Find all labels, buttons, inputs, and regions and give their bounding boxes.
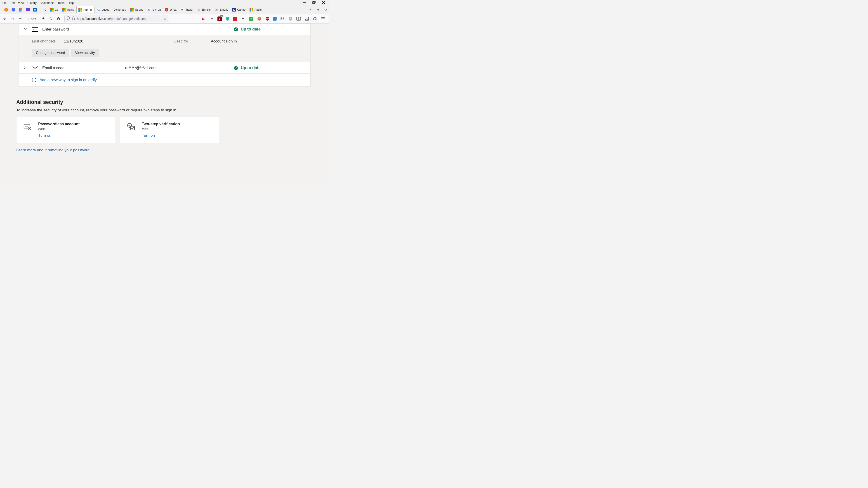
tab-ac[interactable]: ac	[48, 6, 60, 13]
tab-additi[interactable]: Additi	[248, 6, 264, 13]
twostep-turn-on-link[interactable]: Turn on	[142, 133, 180, 138]
ext-s-icon[interactable]: S!	[201, 16, 206, 21]
tab-strange[interactable]: Strang	[128, 6, 145, 13]
tab-sixrea[interactable]: Gsix rea	[146, 6, 163, 13]
navigation-toolbar: − | 100% | + https://account.live.com/pr…	[0, 14, 329, 24]
tab-additional-active[interactable]: Adc✕	[76, 6, 94, 13]
twostep-card: Two-step verification OFF Turn on	[120, 117, 219, 143]
tab-emails2[interactable]: ✉Emails	[213, 6, 230, 13]
new-tab-button[interactable]: +	[317, 7, 320, 12]
ext-cookie-icon[interactable]: 🍪	[257, 16, 262, 21]
additional-subtitle: To increase the security of your account…	[16, 108, 311, 112]
menu-history[interactable]: History	[27, 1, 36, 4]
view-activity-button[interactable]: View activity	[71, 49, 99, 57]
passwordless-state: OFF	[38, 127, 80, 131]
passwordless-icon: •••	[23, 122, 33, 132]
list-tabs-button[interactable]	[324, 8, 327, 11]
email-status: ✓ Up to date	[234, 66, 306, 70]
address-bar[interactable]: https://account.live.com/proofs/manage/a…	[64, 15, 168, 22]
menu-view[interactable]: View	[18, 1, 24, 4]
tab-outlook[interactable]: Goutloo	[95, 6, 111, 13]
menu-file[interactable]: File	[2, 1, 6, 4]
ext-beads-icon[interactable]: ⚭	[241, 16, 246, 21]
tab-emails1[interactable]: ✉Emails	[195, 6, 213, 13]
ext-ublock-icon[interactable]: u16	[217, 17, 222, 21]
twostep-state: OFF	[142, 127, 180, 131]
home-button[interactable]	[56, 16, 61, 22]
page-content: ••• Enter password ✓ Up to date Last cha…	[0, 24, 329, 184]
shield-icon[interactable]	[66, 16, 70, 21]
ext-green-shield-icon[interactable]: ✓	[249, 16, 254, 21]
zoom-out-button[interactable]: −	[19, 16, 22, 21]
add-signin-label: Add a new way to sign in or verify	[39, 78, 97, 82]
window-controls	[303, 0, 329, 5]
window-minimize-icon[interactable]	[303, 1, 306, 5]
bookmark-star-icon[interactable]: ☆	[163, 17, 166, 21]
menu-bar: File Edit View History Bookmarks Tools H…	[0, 0, 329, 5]
ext-red-square-icon[interactable]	[233, 17, 237, 21]
email-code-card: Email a code ro*****@***ail.com ✓ Up to …	[19, 62, 311, 87]
svg-point-12	[306, 18, 307, 19]
password-status: ✓ Up to date	[234, 27, 306, 32]
passwordless-turn-on-link[interactable]: Turn on	[38, 133, 80, 138]
zoom-in-button[interactable]: +	[42, 16, 45, 21]
password-card: ••• Enter password ✓ Up to date	[19, 24, 311, 35]
email-status-text: Up to date	[241, 66, 260, 70]
ext-w-icon[interactable]: W	[288, 16, 293, 21]
svg-rect-7	[58, 19, 59, 20]
url-text: https://account.live.com/proofs/manage/a…	[77, 17, 162, 21]
ext-blue-flag-icon[interactable]	[273, 17, 277, 21]
scroll-tabs-left[interactable]	[43, 6, 48, 13]
tab-trailok[interactable]: WTrailol	[179, 6, 195, 13]
menu-help[interactable]: Help	[68, 1, 74, 4]
password-status-text: Up to date	[241, 27, 260, 32]
password-row-header[interactable]: ••• Enter password ✓ Up to date	[19, 24, 310, 35]
outlook-icon[interactable]: O	[33, 8, 37, 12]
back-button[interactable]	[2, 16, 8, 22]
extensions-button[interactable]	[312, 16, 317, 21]
add-signin-method[interactable]: + Add a new way to sign in or verify	[19, 73, 310, 86]
tab-dictionary[interactable]: Dictionary	[112, 6, 128, 13]
ext-count[interactable]: 33	[280, 17, 285, 21]
lock-icon[interactable]	[72, 17, 75, 21]
window-maximize-icon[interactable]	[312, 1, 315, 5]
app-menu-button[interactable]	[320, 16, 326, 21]
tab-close-icon[interactable]: ✕	[90, 8, 92, 12]
ext-skull-icon[interactable]: ☠	[209, 16, 214, 21]
learn-more-link[interactable]: Learn more about removing your password	[16, 148, 90, 153]
microsoft-icon[interactable]	[19, 8, 23, 12]
password-row-title: Enter password	[42, 27, 69, 32]
reload-button[interactable]	[48, 16, 54, 22]
ext-abp-icon[interactable]: ABP	[265, 16, 270, 21]
menu-tools[interactable]: Tools	[58, 1, 64, 4]
chat-icon[interactable]	[11, 8, 16, 12]
twostep-title: Two-step verification	[142, 122, 180, 126]
zoom-controls: − | 100% | +	[19, 16, 44, 21]
email-row-title: Email a code	[42, 66, 64, 70]
tab-using[interactable]: Using	[60, 6, 76, 13]
used-for-label: Used for	[174, 39, 188, 43]
ext-edge-icon[interactable]	[225, 16, 230, 21]
tab-strip: O ac Using Adc✕ Goutloo Dictionary Stran…	[0, 5, 329, 14]
mail-icon[interactable]	[26, 8, 30, 12]
firefox-icon[interactable]	[4, 8, 8, 12]
menu-edit[interactable]: Edit	[10, 1, 15, 4]
envelope-icon	[32, 66, 38, 70]
scroll-tabs-right[interactable]	[308, 6, 312, 13]
passwordless-title: Passwordless account	[38, 122, 80, 126]
email-row-header[interactable]: Email a code ro*****@***ail.com ✓ Up to …	[19, 62, 310, 73]
tab-cannot[interactable]: KCanno	[230, 6, 247, 13]
additional-security-section: Additional security To increase the secu…	[16, 99, 311, 143]
password-body-card: Last changed 11/10/2020 Used for Account…	[19, 35, 311, 62]
zoom-level: 100%	[28, 17, 36, 21]
check-circle-icon: ✓	[234, 27, 238, 31]
forward-button[interactable]	[10, 16, 16, 22]
ext-image-icon[interactable]	[304, 16, 309, 21]
tab-what[interactable]: TWhat	[163, 6, 178, 13]
ext-reader-icon[interactable]	[296, 16, 301, 21]
chevron-down-icon	[23, 27, 28, 32]
pinned-tabs: O	[2, 8, 39, 12]
window-close-icon[interactable]	[322, 1, 325, 5]
menu-bookmarks[interactable]: Bookmarks	[40, 1, 55, 4]
change-password-button[interactable]: Change password	[32, 49, 69, 57]
